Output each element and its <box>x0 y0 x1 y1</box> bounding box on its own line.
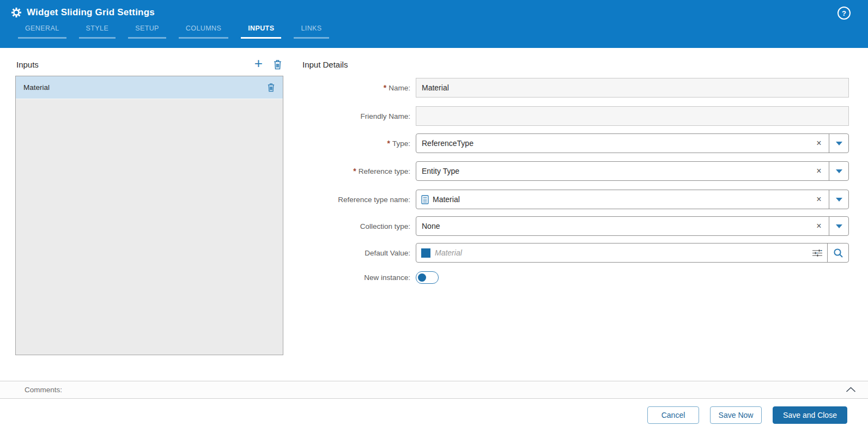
chevron-down-icon[interactable] <box>829 162 848 180</box>
reference-type-name-combo-value: Material <box>427 195 809 204</box>
name-input[interactable] <box>416 78 849 98</box>
save-and-close-button[interactable]: Save and Close <box>773 406 847 424</box>
reference-type-combo-value: Entity Type <box>416 167 809 175</box>
widget-settings-dialog: Widget Sliding Grid Settings ? GENERAL S… <box>0 0 868 432</box>
tab-general[interactable]: GENERAL <box>18 25 66 39</box>
dialog-footer: Cancel Save Now Save and Close <box>0 399 868 432</box>
collection-type-combo-value: None <box>416 222 809 230</box>
comments-label: Comments: <box>25 386 62 394</box>
delete-item-icon[interactable] <box>267 83 275 92</box>
type-combo[interactable]: ReferenceType × <box>416 133 849 153</box>
toggle-knob <box>418 273 426 282</box>
form-row-new-instance: New instance: <box>302 271 849 284</box>
inputs-panel-header: Inputs + <box>15 58 283 73</box>
friendly-name-label: Friendly Name: <box>302 106 410 126</box>
help-glyph: ? <box>842 9 846 17</box>
required-asterisk: * <box>387 139 390 148</box>
save-now-button[interactable]: Save Now <box>710 406 762 424</box>
tab-columns[interactable]: COLUMNS <box>179 25 228 39</box>
default-value-lookup[interactable] <box>416 243 849 263</box>
form-row-collection-type: Collection type: None × <box>302 216 849 236</box>
clear-icon[interactable]: × <box>809 162 829 180</box>
chevron-down-icon[interactable] <box>829 217 848 235</box>
tab-inputs[interactable]: INPUTS <box>241 25 281 39</box>
dialog-header: Widget Sliding Grid Settings ? GENERAL S… <box>0 0 868 48</box>
tab-setup[interactable]: SETUP <box>128 25 166 39</box>
comments-bar[interactable]: Comments: <box>0 381 868 399</box>
filter-icon[interactable] <box>808 249 827 257</box>
form-row-name: * Name: <box>302 78 849 98</box>
gear-icon <box>11 7 22 18</box>
chevron-down-icon[interactable] <box>829 134 848 153</box>
list-item-material[interactable]: Material <box>16 76 283 99</box>
help-icon[interactable]: ? <box>837 7 851 20</box>
reference-type-label: * Reference type: <box>302 161 410 181</box>
form-row-friendly-name: Friendly Name: <box>302 106 849 126</box>
form-row-type: * Type: ReferenceType × <box>302 133 849 153</box>
new-instance-label: New instance: <box>302 271 410 284</box>
clear-icon[interactable]: × <box>809 134 829 153</box>
title-row: Widget Sliding Grid Settings ? <box>11 5 859 20</box>
reference-type-name-combo[interactable]: Material × <box>416 190 849 209</box>
form-row-reference-type-name: Reference type name: Material × <box>302 190 849 209</box>
friendly-name-input[interactable] <box>416 106 849 126</box>
inputs-list: Material <box>15 76 283 355</box>
required-asterisk: * <box>384 83 386 92</box>
form-row-default-value: Default Value: <box>302 243 849 263</box>
clear-icon[interactable]: × <box>809 217 829 235</box>
clear-icon[interactable]: × <box>809 190 829 209</box>
details-title: Input Details <box>302 60 348 69</box>
list-item-label: Material <box>23 83 50 92</box>
reference-type-combo[interactable]: Entity Type × <box>416 161 849 181</box>
new-instance-toggle[interactable] <box>416 271 439 284</box>
default-value-label: Default Value: <box>302 243 410 263</box>
page-title: Widget Sliding Grid Settings <box>27 7 155 18</box>
tab-links[interactable]: LINKS <box>294 25 329 39</box>
delete-input-button[interactable] <box>273 59 282 70</box>
type-combo-value: ReferenceType <box>416 139 809 148</box>
entity-type-icon <box>421 248 430 258</box>
inputs-panel-title: Inputs <box>16 60 39 69</box>
reference-type-name-label: Reference type name: <box>302 190 410 209</box>
collection-type-combo[interactable]: None × <box>416 216 849 236</box>
search-icon[interactable] <box>828 244 848 262</box>
chevron-down-icon[interactable] <box>829 190 848 209</box>
chevron-up-icon[interactable] <box>846 387 856 393</box>
type-label: * Type: <box>302 133 410 153</box>
cancel-button[interactable]: Cancel <box>647 406 699 424</box>
tab-bar: GENERAL STYLE SETUP COLUMNS INPUTS LINKS <box>18 25 342 39</box>
required-asterisk: * <box>353 167 356 175</box>
collection-type-label: Collection type: <box>302 216 410 236</box>
form-row-reference-type: * Reference type: Entity Type × <box>302 161 849 181</box>
tab-style[interactable]: STYLE <box>79 25 116 39</box>
name-label: * Name: <box>302 78 410 98</box>
default-value-input[interactable] <box>430 248 808 257</box>
add-input-button[interactable]: + <box>254 56 263 71</box>
